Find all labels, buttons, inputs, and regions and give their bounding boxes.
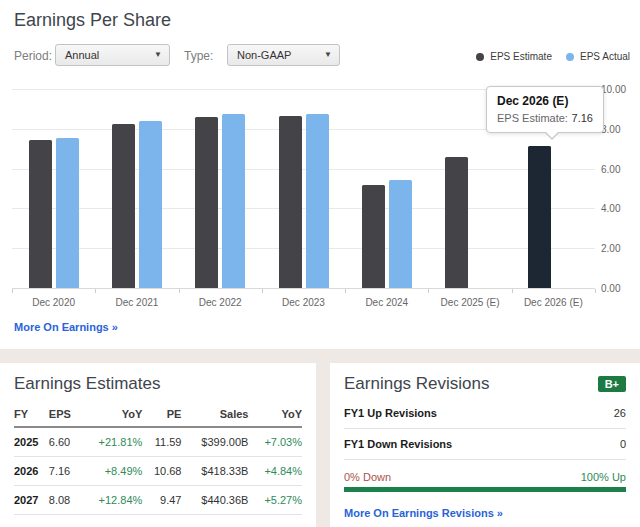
revisions-meter-bar xyxy=(344,487,626,492)
gridline xyxy=(12,248,595,249)
table-row: 20267.16+8.49%10.68$418.33B+4.84% xyxy=(14,457,302,486)
table-cell: 10.68 xyxy=(142,457,181,486)
eps-actual-bar[interactable] xyxy=(222,114,245,288)
x-tick xyxy=(262,289,263,293)
gridline xyxy=(12,169,595,170)
gridline xyxy=(12,208,595,209)
eps-actual-dot-icon xyxy=(566,53,574,61)
estimates-table: FYEPSYoYPESalesYoY 20256.60+21.81%11.59$… xyxy=(14,404,302,515)
table-cell: $440.36B xyxy=(181,486,248,515)
x-axis-category-label: Dec 2020 xyxy=(12,297,95,308)
x-tick xyxy=(95,289,96,293)
eps-estimate-bar[interactable] xyxy=(29,140,52,288)
more-on-earnings-revisions-link[interactable]: More On Earnings Revisions » xyxy=(344,507,503,519)
chart-legend: EPS EstimateEPS Actual xyxy=(476,51,630,62)
y-axis-labels: 10.008.006.004.002.000.00 xyxy=(601,89,637,288)
eps-actual-bar[interactable] xyxy=(389,180,412,288)
table-cell: 8.08 xyxy=(49,486,80,515)
table-cell: +7.03% xyxy=(248,427,302,457)
eps-actual-bar[interactable] xyxy=(306,114,329,288)
chart-tooltip: Dec 2026 (E) EPS Estimate: 7.16 xyxy=(486,86,604,133)
table-cell: 11.59 xyxy=(142,427,181,457)
more-on-earnings-link[interactable]: More On Earnings » xyxy=(14,321,118,333)
table-cell: +12.84% xyxy=(80,486,142,515)
table-cell: $418.33B xyxy=(181,457,248,486)
type-label: Type: xyxy=(184,49,213,63)
eps-estimate-bar[interactable] xyxy=(112,124,135,288)
caret-down-icon: ▼ xyxy=(154,51,162,59)
x-axis-category-label: Dec 2024 xyxy=(345,297,428,308)
table-cell: 9.47 xyxy=(142,486,181,515)
table-row: 20256.60+21.81%11.59$399.00B+7.03% xyxy=(14,427,302,457)
eps-actual-bar[interactable] xyxy=(139,121,162,288)
estimates-column-header: YoY xyxy=(248,404,302,427)
eps-estimate-bar[interactable] xyxy=(528,146,551,288)
revisions-row-value: 0 xyxy=(620,438,626,450)
estimates-column-header: Sales xyxy=(181,404,248,427)
revisions-row: FY1 Up Revisions26 xyxy=(344,398,626,429)
revisions-rows: FY1 Up Revisions26FY1 Down Revisions0 xyxy=(344,398,626,460)
table-row: 20278.08+12.84%9.47$440.36B+5.27% xyxy=(14,486,302,515)
table-cell: 2025 xyxy=(14,427,49,457)
earnings-estimates-panel: Earnings Estimates FYEPSYoYPESalesYoY 20… xyxy=(0,363,316,527)
page-title: Earnings Per Share xyxy=(14,10,171,31)
x-tick xyxy=(12,289,13,293)
y-tick-label: 2.00 xyxy=(601,243,620,254)
caret-down-icon: ▼ xyxy=(324,51,332,59)
x-tick xyxy=(595,289,596,293)
table-cell: +21.81% xyxy=(80,427,142,457)
eps-estimate-bar[interactable] xyxy=(362,185,385,288)
x-tick xyxy=(512,289,513,293)
table-cell: 2027 xyxy=(14,486,49,515)
table-cell: $399.00B xyxy=(181,427,248,457)
revisions-row-label: FY1 Down Revisions xyxy=(344,438,452,450)
legend-label: EPS Estimate xyxy=(490,51,552,62)
estimates-column-header: YoY xyxy=(80,404,142,427)
table-cell: 6.60 xyxy=(49,427,80,457)
earnings-revisions-panel: Earnings Revisions B+ FY1 Up Revisions26… xyxy=(330,363,640,527)
y-tick-label: 4.00 xyxy=(601,203,620,214)
x-axis-category-label: Dec 2022 xyxy=(179,297,262,308)
legend-item[interactable]: EPS Estimate xyxy=(476,51,552,62)
tooltip-title: Dec 2026 (E) xyxy=(497,94,593,108)
table-cell: +8.49% xyxy=(80,457,142,486)
estimates-column-header: PE xyxy=(142,404,181,427)
type-select[interactable]: Non-GAAP ▼ xyxy=(227,44,340,66)
eps-estimate-bar[interactable] xyxy=(445,157,468,288)
eps-actual-bar[interactable] xyxy=(56,138,79,288)
eps-estimate-dot-icon xyxy=(476,53,484,61)
x-axis-category-label: Dec 2023 xyxy=(262,297,345,308)
table-cell: +5.27% xyxy=(248,486,302,515)
legend-label: EPS Actual xyxy=(580,51,630,62)
period-label: Period: xyxy=(14,49,52,63)
period-select-value: Annual xyxy=(65,49,99,61)
period-select[interactable]: Annual ▼ xyxy=(55,44,170,66)
revisions-row-label: FY1 Up Revisions xyxy=(344,407,437,419)
table-cell: 7.16 xyxy=(49,457,80,486)
x-axis-labels: Dec 2020Dec 2021Dec 2022Dec 2023Dec 2024… xyxy=(12,297,595,311)
estimates-title: Earnings Estimates xyxy=(14,374,302,394)
x-tick xyxy=(345,289,346,293)
revisions-row-value: 26 xyxy=(614,407,626,419)
table-cell: +4.84% xyxy=(248,457,302,486)
estimates-column-header: FY xyxy=(14,404,49,427)
legend-item[interactable]: EPS Actual xyxy=(566,51,630,62)
estimates-header-row: FYEPSYoYPESalesYoY xyxy=(14,404,302,427)
x-axis-category-label: Dec 2026 (E) xyxy=(512,297,595,308)
y-tick-label: 10.00 xyxy=(601,84,626,95)
x-axis-category-label: Dec 2021 xyxy=(95,297,178,308)
eps-estimate-bar[interactable] xyxy=(279,116,302,288)
x-axis-category-label: Dec 2025 (E) xyxy=(428,297,511,308)
type-select-value: Non-GAAP xyxy=(237,49,291,61)
y-tick-label: 6.00 xyxy=(601,164,620,175)
table-cell: 2026 xyxy=(14,457,49,486)
revisions-row: FY1 Down Revisions0 xyxy=(344,429,626,460)
earnings-per-share-panel: Earnings Per Share Period: Annual ▼ Type… xyxy=(0,0,640,349)
revisions-grade-badge[interactable]: B+ xyxy=(598,376,626,392)
tooltip-value: 7.16 xyxy=(572,112,593,124)
x-tick xyxy=(179,289,180,293)
eps-estimate-bar[interactable] xyxy=(195,117,218,288)
percent-up-label: 100% Up xyxy=(581,471,626,483)
estimates-column-header: EPS xyxy=(49,404,80,427)
percent-down-label: 0% Down xyxy=(344,471,391,483)
